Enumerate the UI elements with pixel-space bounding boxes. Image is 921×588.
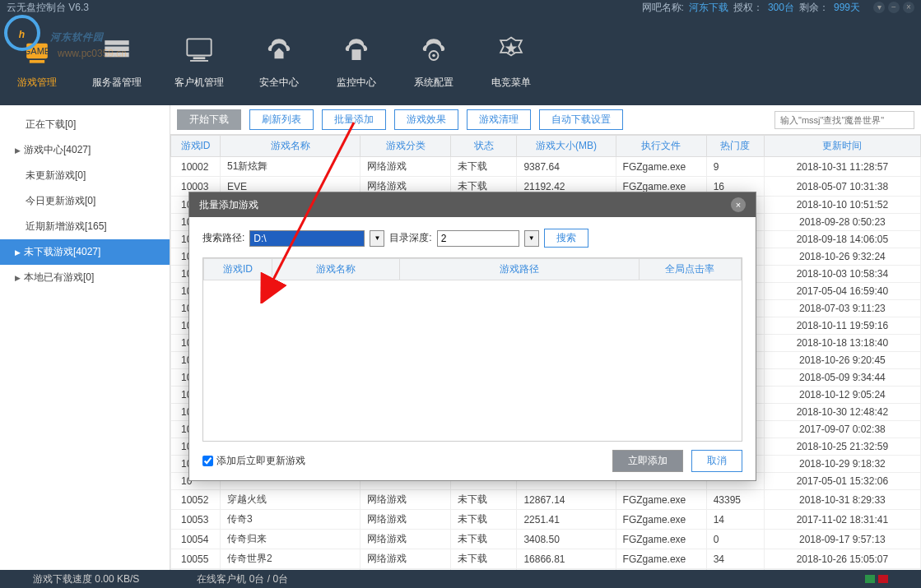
sidebar-label: 未下载游戏[4027]	[24, 245, 100, 259]
col-header[interactable]: 状态	[451, 136, 517, 157]
table-row[interactable]: 10053传奇3网络游戏未下载2251.41FGZgame.exe142017-…	[171, 510, 921, 530]
update-after-checkbox[interactable]: 添加后立即更新游戏	[202, 454, 305, 468]
caret-icon: ▶	[15, 146, 21, 155]
download-speed: 游戏下载速度 0.00 KB/S	[33, 572, 139, 586]
nav-icon	[489, 31, 533, 71]
update-after-check-input[interactable]	[202, 456, 213, 466]
dialog-title: 批量添加游戏	[199, 198, 258, 212]
dropdown-button[interactable]: ▾	[873, 2, 885, 13]
nav-icon	[177, 31, 221, 71]
game-clean-button[interactable]: 游戏清理	[467, 109, 531, 130]
table-row[interactable]: 1000251新炫舞网络游戏未下载9387.64FGZgame.exe92018…	[171, 157, 921, 177]
sidebar-item-0[interactable]: 正在下载[0]	[0, 112, 170, 137]
batch-add-dialog: 批量添加游戏 × 搜索路径: ▼ 目录深度: ▼ 搜索 游戏ID游戏名称游戏路径…	[188, 192, 756, 481]
svg-rect-10	[190, 60, 208, 62]
col-header[interactable]: 更新时间	[764, 136, 920, 157]
svg-rect-4	[30, 60, 44, 63]
batch-add-button[interactable]: 批量添加	[322, 109, 386, 130]
nav-label: 监控中心	[337, 76, 376, 90]
minimize-button[interactable]: −	[888, 2, 900, 13]
sidebar-label: 本地已有游戏[0]	[24, 271, 94, 285]
top-nav: h 河东软件园 www.pc0359.cn GAME游戏管理服务器管理客户机管理…	[0, 15, 921, 105]
nav-icon	[334, 31, 379, 71]
dialog-close-button[interactable]: ×	[731, 197, 746, 212]
online-clients: 在线客户机 0台 / 0台	[197, 572, 288, 586]
col-header[interactable]: 游戏大小(MB)	[517, 136, 616, 157]
dialog-result-grid[interactable]: 游戏ID游戏名称游戏路径全局点击率	[202, 257, 742, 442]
table-row[interactable]: 10056传奇外传网络游戏未下载1351.46FGZgame.exe02017-…	[171, 569, 921, 571]
auth-label: 授权：	[733, 1, 763, 15]
dialog-col-header[interactable]: 游戏ID	[204, 259, 272, 280]
nav-item-0[interactable]: GAME游戏管理	[15, 31, 59, 90]
status-dot-green	[865, 575, 875, 583]
dialog-col-header[interactable]: 游戏路径	[400, 259, 639, 280]
svg-point-13	[432, 53, 435, 57]
bar-name-value: 河东下载	[689, 1, 728, 15]
sidebar-label: 未更新游戏[0]	[26, 169, 86, 183]
caret-icon: ▶	[15, 274, 21, 282]
depth-dropdown-button[interactable]: ▼	[524, 230, 539, 247]
dialog-titlebar[interactable]: 批量添加游戏 ×	[189, 192, 756, 217]
sidebar-item-6[interactable]: ▶本地已有游戏[0]	[0, 265, 170, 290]
svg-text:GAME: GAME	[24, 45, 50, 55]
sidebar-item-5[interactable]: ▶未下载游戏[4027]	[0, 239, 170, 265]
col-header[interactable]: 游戏ID	[171, 136, 221, 157]
start-download-button[interactable]: 开始下载	[177, 109, 241, 130]
table-row[interactable]: 10052穿越火线网络游戏未下载12867.14FGZgame.exe43395…	[171, 490, 921, 510]
nav-item-3[interactable]: 安全中心	[257, 31, 301, 90]
nav-label: 安全中心	[259, 76, 299, 90]
sidebar-item-2[interactable]: 未更新游戏[0]	[0, 163, 170, 188]
remain-value: 999天	[834, 1, 860, 15]
watermark-sub: www.pc0359.cn	[58, 48, 127, 59]
nav-item-5[interactable]: 系统配置	[412, 31, 456, 90]
nav-label: 服务器管理	[92, 76, 142, 90]
col-header[interactable]: 游戏分类	[360, 136, 451, 157]
search-path-label: 搜索路径:	[202, 231, 244, 245]
bar-name-label: 网吧名称:	[642, 1, 684, 15]
sidebar-label: 游戏中心[4027]	[24, 143, 91, 157]
dialog-col-header[interactable]: 游戏名称	[272, 259, 399, 280]
caret-icon: ▶	[15, 248, 21, 257]
nav-label: 游戏管理	[17, 76, 57, 90]
sidebar-label: 近期新增游戏[165]	[26, 220, 107, 234]
remain-label: 剩余：	[799, 1, 829, 15]
dialog-col-header[interactable]: 全局点击率	[639, 259, 741, 280]
nav-label: 系统配置	[414, 76, 454, 90]
col-header[interactable]: 执行文件	[616, 136, 706, 157]
app-title: 云无盘控制台 V6.3	[7, 1, 89, 15]
sidebar-label: 今日更新游戏[0]	[26, 194, 95, 208]
nav-icon: GAME	[15, 31, 59, 71]
col-header[interactable]: 游戏名称	[221, 136, 360, 157]
sidebar-item-4[interactable]: 近期新增游戏[165]	[0, 214, 170, 239]
nav-item-2[interactable]: 客户机管理	[174, 31, 224, 90]
auth-value: 300台	[768, 1, 794, 15]
sidebar-item-3[interactable]: 今日更新游戏[0]	[0, 188, 170, 214]
statusbar: 游戏下载速度 0.00 KB/S 在线客户机 0台 / 0台	[0, 570, 921, 588]
col-header[interactable]: 热门度	[706, 136, 764, 157]
dialog-add-button[interactable]: 立即添加	[612, 450, 683, 472]
nav-label: 客户机管理	[174, 76, 224, 90]
status-indicators	[865, 575, 888, 583]
svg-rect-5	[105, 40, 128, 45]
nav-label: 电竞菜单	[491, 76, 531, 90]
svg-rect-8	[187, 39, 211, 55]
dialog-search-button[interactable]: 搜索	[544, 229, 588, 248]
nav-item-4[interactable]: 监控中心	[334, 31, 379, 90]
refresh-list-button[interactable]: 刷新列表	[249, 109, 314, 130]
toolbar: 开始下载 刷新列表 批量添加 游戏效果 游戏清理 自动下载设置	[170, 105, 921, 135]
auto-download-button[interactable]: 自动下载设置	[539, 109, 623, 130]
search-input[interactable]	[774, 111, 914, 129]
close-button[interactable]: ×	[903, 2, 914, 13]
depth-input[interactable]	[437, 230, 519, 247]
dialog-cancel-button[interactable]: 取消	[691, 450, 742, 472]
search-path-input[interactable]	[249, 230, 365, 247]
table-row[interactable]: 10054传奇归来网络游戏未下载3408.50FGZgame.exe02018-…	[171, 530, 921, 549]
sidebar: 正在下载[0]▶游戏中心[4027]未更新游戏[0]今日更新游戏[0]近期新增游…	[0, 105, 170, 570]
nav-item-1[interactable]: 服务器管理	[92, 31, 142, 90]
nav-item-6[interactable]: 电竞菜单	[489, 31, 533, 90]
path-dropdown-button[interactable]: ▼	[370, 230, 384, 247]
game-effect-button[interactable]: 游戏效果	[394, 109, 458, 130]
sidebar-item-1[interactable]: ▶游戏中心[4027]	[0, 137, 170, 163]
svg-rect-9	[193, 57, 206, 59]
table-row[interactable]: 10055传奇世界2网络游戏未下载16866.81FGZgame.exe3420…	[171, 549, 921, 569]
